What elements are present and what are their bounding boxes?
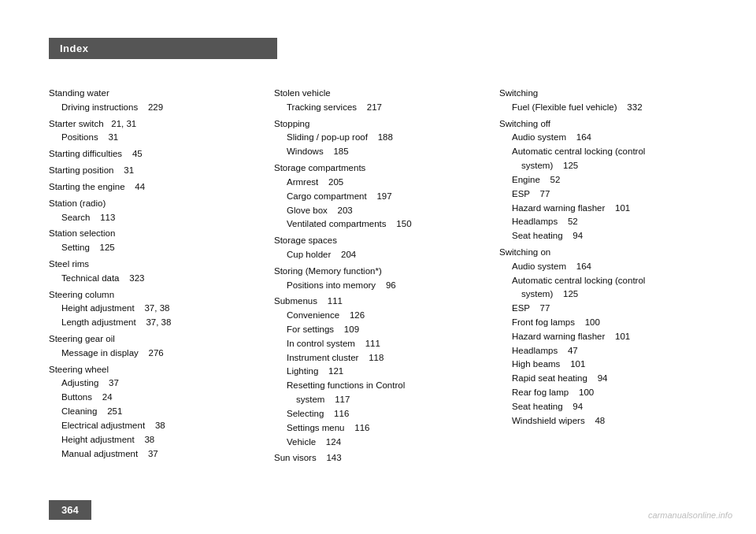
entry-switching-off: Switching off Audio system 164 Automatic… xyxy=(499,117,717,243)
entry-sub: Buttons 24 xyxy=(49,391,266,405)
entry-sub: Vehicle 124 xyxy=(274,436,491,450)
column-1: Standing water Driving instructions 229 … xyxy=(49,87,274,487)
entry-station-radio: Station (radio) Search 113 xyxy=(49,197,266,225)
entry-sun-visors: Sun visors 143 xyxy=(274,451,491,465)
entry-sub: Audio system 164 xyxy=(499,260,717,274)
entry-main: Switching on xyxy=(499,246,717,260)
entry-switching-on: Switching on Audio system 164 Automatic … xyxy=(499,246,717,428)
entry-sub: Height adjustment 38 xyxy=(49,433,266,447)
entry-sub: Height adjustment 37, 38 xyxy=(49,302,266,316)
entry-switching: Switching Fuel (Flexible fuel vehicle) 3… xyxy=(499,87,717,115)
entry-main: Stolen vehicle xyxy=(274,87,491,101)
entry-storage-spaces: Storage spaces Cup holder 204 xyxy=(274,234,491,262)
entry-sub: Instrument cluster 118 xyxy=(274,351,491,365)
entry-main: Storage spaces xyxy=(274,234,491,248)
entry-sub: Engine 52 xyxy=(499,173,717,187)
entry-sub: Fuel (Flexible fuel vehicle) 332 xyxy=(499,101,717,115)
entry-sub: Cleaning 251 xyxy=(49,405,266,419)
entry-sub: Lighting 121 xyxy=(274,365,491,379)
entry-sub: Electrical adjustment 38 xyxy=(49,419,266,433)
page-number-badge: 364 xyxy=(49,500,91,520)
entry-sub: Length adjustment 37, 38 xyxy=(49,316,266,330)
entry-main: Starting position 31 xyxy=(49,164,266,178)
entry-submenus: Submenus 111 Convenience 126 For setting… xyxy=(274,295,491,449)
entry-sub: Seat heating 94 xyxy=(499,400,717,414)
entry-steering-column: Steering column Height adjustment 37, 38… xyxy=(49,288,266,330)
column-2: Stolen vehicle Tracking services 217 Sto… xyxy=(274,87,499,487)
entry-starter-switch: Starter switch 21, 31 Positions 31 xyxy=(49,117,266,146)
entry-sub: Automatic central locking (control xyxy=(499,274,717,288)
entry-sub: High beams 101 xyxy=(499,358,717,372)
entry-main: Starting difficulties 45 xyxy=(49,147,266,161)
entry-sub: Automatic central locking (control xyxy=(499,145,717,159)
entry-standing-water: Standing water Driving instructions 229 xyxy=(49,87,266,115)
entry-storing: Storing (Memory function*) Positions int… xyxy=(274,265,491,293)
page-number: 364 xyxy=(61,504,79,516)
entry-sub: Headlamps 47 xyxy=(499,344,717,358)
entry-sub: Search 113 xyxy=(49,211,266,225)
entry-sub: Adjusting 37 xyxy=(49,376,266,391)
entry-sub: system 117 xyxy=(274,393,491,407)
entry-starting-engine: Starting the engine 44 xyxy=(49,180,266,195)
entry-main: Starter switch 21, 31 xyxy=(49,117,266,132)
entry-sub: Ventilated compartments 150 xyxy=(274,217,491,232)
entry-sub: Headlamps 52 xyxy=(499,215,717,229)
entry-main: Switching xyxy=(499,87,717,101)
entry-sub: Sliding / pop-up roof 188 xyxy=(274,131,491,145)
entry-station-selection: Station selection Setting 125 xyxy=(49,227,266,255)
entry-main: Steel rims xyxy=(49,258,266,272)
index-title: Index xyxy=(60,43,88,54)
entry-sub: Message in display 276 xyxy=(49,347,266,361)
entry-main: Steering column xyxy=(49,288,266,302)
entry-main: Storing (Memory function*) xyxy=(274,265,491,279)
entry-sub: Hazard warning flasher 101 xyxy=(499,202,717,216)
entry-main: Sun visors 143 xyxy=(274,451,491,465)
entry-sub: In control system 111 xyxy=(274,337,491,351)
entry-main: Stopping xyxy=(274,117,491,132)
entry-sub: Windshield wipers 48 xyxy=(499,414,717,428)
entry-sub: Windows 185 xyxy=(274,145,491,159)
watermark: carmanualsonline.info xyxy=(648,510,732,520)
entry-sub: ESP 77 xyxy=(499,187,717,202)
entry-sub: system) 125 xyxy=(499,287,717,302)
entry-sub: Hazard warning flasher 101 xyxy=(499,330,717,344)
entry-sub: For settings 109 xyxy=(274,323,491,337)
entry-sub: Settings menu 116 xyxy=(274,421,491,436)
entry-sub: Seat heating 94 xyxy=(499,229,717,243)
entry-sub: Positions into memory 96 xyxy=(274,279,491,293)
page-container: Index Standing water Driving instruction… xyxy=(0,0,756,534)
entry-main: Starting the engine 44 xyxy=(49,180,266,195)
entry-sub: ESP 77 xyxy=(499,302,717,316)
entry-stopping: Stopping Sliding / pop-up roof 188 Windo… xyxy=(274,117,491,159)
entry-sub: Audio system 164 xyxy=(499,131,717,145)
entry-steering-wheel: Steering wheel Adjusting 37 Buttons 24 C… xyxy=(49,363,266,462)
entry-sub: Cup holder 204 xyxy=(274,248,491,262)
entry-starting-difficulties: Starting difficulties 45 xyxy=(49,147,266,161)
entry-steering-gear-oil: Steering gear oil Message in display 276 xyxy=(49,332,266,361)
entry-main: Steering gear oil xyxy=(49,332,266,347)
entry-sub: Glove box 203 xyxy=(274,204,491,218)
entry-main: Steering wheel xyxy=(49,363,266,377)
entry-main: Storage compartments xyxy=(274,161,491,176)
entry-sub: Cargo compartment 197 xyxy=(274,190,491,204)
entry-starting-position: Starting position 31 xyxy=(49,164,266,178)
entry-main: Submenus 111 xyxy=(274,295,491,309)
column-3: Switching Fuel (Flexible fuel vehicle) 3… xyxy=(499,87,724,487)
entry-main: Station selection xyxy=(49,227,266,241)
entry-sub: Rapid seat heating 94 xyxy=(499,372,717,386)
entry-storage-compartments: Storage compartments Armrest 205 Cargo c… xyxy=(274,161,491,232)
entry-sub: Setting 125 xyxy=(49,241,266,255)
entry-main: Switching off xyxy=(499,117,717,132)
entry-sub: Driving instructions 229 xyxy=(49,101,266,115)
entry-sub: Armrest 205 xyxy=(274,176,491,190)
entry-steel-rims: Steel rims Technical data 323 xyxy=(49,258,266,286)
entry-sub: Convenience 126 xyxy=(274,309,491,323)
entry-main: Standing water xyxy=(49,87,266,101)
entry-sub: Selecting 116 xyxy=(274,407,491,421)
entry-sub: system) 125 xyxy=(499,159,717,173)
entry-sub: Rear fog lamp 100 xyxy=(499,386,717,400)
index-header: Index xyxy=(49,38,277,59)
entry-sub: Resetting functions in Control xyxy=(274,379,491,393)
entry-main: Station (radio) xyxy=(49,197,266,211)
entry-sub: Manual adjustment 37 xyxy=(49,447,266,462)
